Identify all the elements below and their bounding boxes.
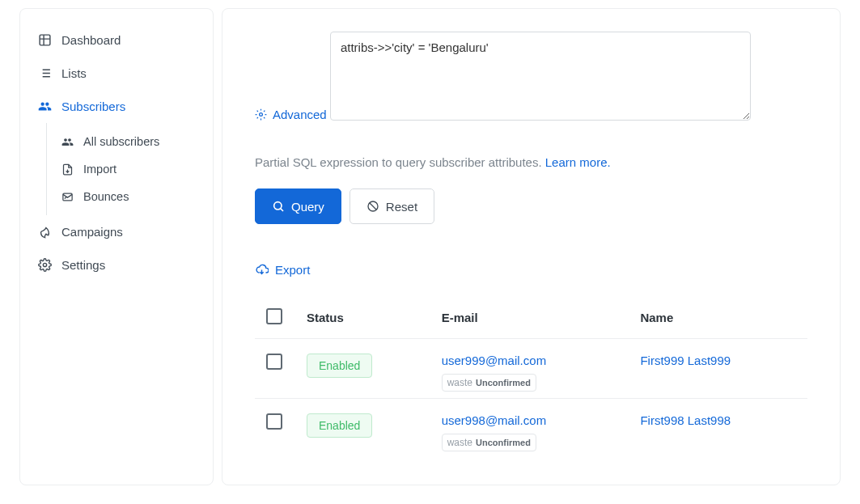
bounces-icon bbox=[61, 191, 74, 203]
nav-label: Campaigns bbox=[61, 225, 123, 239]
select-all-checkbox[interactable] bbox=[266, 308, 282, 324]
advanced-label: Advanced bbox=[273, 108, 327, 121]
search-icon bbox=[272, 200, 285, 213]
name-link[interactable]: First998 Last998 bbox=[640, 413, 731, 427]
button-label: Query bbox=[291, 200, 324, 214]
tag-state: Unconfirmed bbox=[476, 438, 531, 447]
table-row: Enabled user999@mail.com waste Unconfirm… bbox=[255, 339, 807, 399]
nav-dashboard[interactable]: Dashboard bbox=[20, 23, 213, 57]
subscribers-subnav: All subscribers Import Bounces bbox=[46, 123, 213, 215]
lists-icon bbox=[38, 66, 52, 80]
email-link[interactable]: user998@mail.com bbox=[442, 413, 546, 427]
nav-campaigns[interactable]: Campaigns bbox=[20, 215, 213, 248]
query-help-text: Partial SQL expression to query subscrib… bbox=[255, 155, 807, 169]
nav-lists[interactable]: Lists bbox=[20, 57, 213, 90]
tag-list-name: waste bbox=[447, 437, 472, 448]
col-status: Status bbox=[299, 297, 434, 339]
tag-list-name: waste bbox=[447, 377, 472, 388]
svg-rect-0 bbox=[40, 35, 50, 45]
table-row: Enabled user998@mail.com waste Unconfirm… bbox=[255, 399, 807, 459]
nav-label: Subscribers bbox=[61, 100, 125, 113]
col-email: E-mail bbox=[434, 297, 633, 339]
export-label: Export bbox=[275, 263, 310, 277]
advanced-toggle[interactable]: Advanced bbox=[255, 108, 327, 121]
campaigns-icon bbox=[38, 225, 52, 239]
nav-label: Dashboard bbox=[61, 33, 121, 47]
nav-settings[interactable]: Settings bbox=[20, 248, 213, 282]
subscribers-table: Status E-mail Name Enabled user999@mail.… bbox=[255, 297, 807, 458]
subnav-all-subscribers[interactable]: All subscribers bbox=[47, 128, 213, 155]
dashboard-icon bbox=[38, 33, 52, 47]
cancel-icon bbox=[366, 200, 379, 213]
nav-label: Settings bbox=[61, 258, 105, 272]
email-link[interactable]: user999@mail.com bbox=[442, 354, 546, 367]
learn-more-link[interactable]: Learn more. bbox=[545, 155, 611, 169]
cloud-download-icon bbox=[255, 263, 269, 277]
subnav-bounces[interactable]: Bounces bbox=[47, 183, 213, 210]
subnav-import[interactable]: Import bbox=[47, 155, 213, 183]
svg-point-2 bbox=[43, 263, 46, 266]
status-badge: Enabled bbox=[307, 413, 372, 438]
sidebar: Dashboard Lists Subscribers All subscrib… bbox=[19, 8, 214, 485]
subscribers-icon bbox=[38, 100, 52, 113]
name-link[interactable]: First999 Last999 bbox=[640, 354, 731, 367]
settings-icon bbox=[38, 258, 52, 272]
subnav-label: Import bbox=[83, 163, 117, 176]
subnav-label: Bounces bbox=[83, 190, 129, 203]
query-textarea[interactable] bbox=[330, 32, 751, 121]
list-tag[interactable]: waste Unconfirmed bbox=[442, 434, 536, 451]
row-checkbox[interactable] bbox=[266, 354, 282, 370]
button-label: Reset bbox=[386, 200, 417, 214]
svg-point-3 bbox=[260, 113, 263, 116]
reset-button[interactable]: Reset bbox=[350, 188, 434, 224]
nav-label: Lists bbox=[61, 66, 87, 80]
col-name: Name bbox=[632, 297, 807, 339]
main-content: Advanced Partial SQL expression to query… bbox=[222, 8, 841, 485]
status-badge: Enabled bbox=[307, 354, 372, 378]
row-checkbox[interactable] bbox=[266, 413, 282, 430]
query-actions: Query Reset bbox=[255, 188, 807, 224]
query-button[interactable]: Query bbox=[255, 188, 341, 224]
subnav-label: All subscribers bbox=[83, 135, 159, 148]
gear-icon bbox=[255, 108, 267, 121]
people-icon bbox=[61, 136, 74, 148]
tag-state: Unconfirmed bbox=[476, 378, 531, 388]
svg-point-4 bbox=[274, 202, 282, 210]
list-tag[interactable]: waste Unconfirmed bbox=[442, 374, 536, 392]
import-icon bbox=[61, 163, 74, 176]
export-link[interactable]: Export bbox=[255, 263, 310, 277]
nav-subscribers[interactable]: Subscribers bbox=[20, 90, 213, 123]
